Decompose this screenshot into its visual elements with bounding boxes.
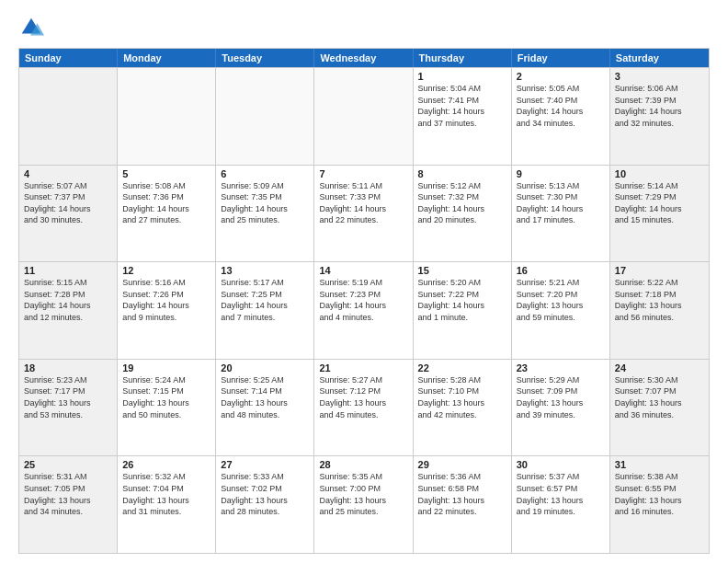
cell-line: and 30 minutes. xyxy=(24,214,112,226)
cell-line: Daylight: 14 hours xyxy=(24,203,112,215)
cell-line: Sunrise: 5:33 AM xyxy=(221,471,309,483)
cell-line: Daylight: 13 hours xyxy=(615,495,704,507)
header xyxy=(18,15,710,40)
cell-line: Sunrise: 5:19 AM xyxy=(319,277,407,289)
cell-line: and 45 minutes. xyxy=(319,409,407,421)
cell-line: Sunset: 7:22 PM xyxy=(418,289,506,301)
cal-cell-0-2 xyxy=(216,68,314,165)
cal-cell-0-3 xyxy=(314,68,413,165)
logo xyxy=(18,15,48,40)
cell-line: Sunrise: 5:12 AM xyxy=(418,180,506,192)
cal-cell-2-1: 12Sunrise: 5:16 AMSunset: 7:26 PMDayligh… xyxy=(118,262,216,359)
day-number: 14 xyxy=(319,265,407,276)
cell-line: and 20 minutes. xyxy=(418,214,506,226)
header-day-friday: Friday xyxy=(512,49,610,67)
day-number: 25 xyxy=(24,459,112,470)
cell-line: Sunset: 7:36 PM xyxy=(122,191,210,203)
cell-line: Sunset: 7:10 PM xyxy=(418,385,506,397)
cell-line: Daylight: 13 hours xyxy=(418,495,506,507)
cell-line: Daylight: 13 hours xyxy=(615,397,704,409)
cell-line: and 7 minutes. xyxy=(221,312,309,324)
calendar-row-0: 1Sunrise: 5:04 AMSunset: 7:41 PMDaylight… xyxy=(19,67,709,165)
cal-cell-4-5: 30Sunrise: 5:37 AMSunset: 6:57 PMDayligh… xyxy=(512,456,610,553)
cell-line: Sunrise: 5:24 AM xyxy=(122,374,210,386)
cell-line: Sunset: 6:58 PM xyxy=(418,483,506,495)
cal-cell-4-4: 29Sunrise: 5:36 AMSunset: 6:58 PMDayligh… xyxy=(414,456,512,553)
cell-line: and 28 minutes. xyxy=(221,506,309,518)
cell-line: Daylight: 14 hours xyxy=(319,203,407,215)
cell-line: Sunrise: 5:21 AM xyxy=(517,277,605,289)
cell-line: Daylight: 14 hours xyxy=(221,300,309,312)
cal-cell-3-2: 20Sunrise: 5:25 AMSunset: 7:14 PMDayligh… xyxy=(216,360,314,456)
cell-line: Daylight: 13 hours xyxy=(221,495,309,507)
cell-line: Daylight: 13 hours xyxy=(517,300,605,312)
cal-cell-2-2: 13Sunrise: 5:17 AMSunset: 7:25 PMDayligh… xyxy=(216,262,314,359)
calendar-row-4: 25Sunrise: 5:31 AMSunset: 7:05 PMDayligh… xyxy=(19,455,709,553)
cal-cell-0-4: 1Sunrise: 5:04 AMSunset: 7:41 PMDaylight… xyxy=(414,68,512,165)
day-number: 16 xyxy=(517,265,605,276)
cell-line: and 22 minutes. xyxy=(418,506,506,518)
cell-line: Sunset: 7:02 PM xyxy=(221,483,309,495)
header-day-thursday: Thursday xyxy=(414,49,512,67)
cell-line: Daylight: 13 hours xyxy=(517,397,605,409)
cal-cell-2-4: 15Sunrise: 5:20 AMSunset: 7:22 PMDayligh… xyxy=(414,262,512,359)
cell-line: and 17 minutes. xyxy=(517,214,605,226)
cell-line: and 34 minutes. xyxy=(517,118,605,130)
cell-line: Sunrise: 5:31 AM xyxy=(24,471,112,483)
cell-line: Daylight: 14 hours xyxy=(418,300,506,312)
day-number: 9 xyxy=(517,168,605,179)
cell-line: Sunrise: 5:08 AM xyxy=(122,180,210,192)
day-number: 1 xyxy=(418,71,506,82)
day-number: 15 xyxy=(418,265,506,276)
cell-line: Sunrise: 5:22 AM xyxy=(615,277,704,289)
cell-line: Sunset: 7:28 PM xyxy=(24,289,112,301)
logo-icon xyxy=(18,15,44,40)
cell-line: Daylight: 13 hours xyxy=(221,397,309,409)
cal-cell-1-0: 4Sunrise: 5:07 AMSunset: 7:37 PMDaylight… xyxy=(19,166,118,262)
cal-cell-4-2: 27Sunrise: 5:33 AMSunset: 7:02 PMDayligh… xyxy=(216,456,314,553)
cell-line: Sunset: 7:09 PM xyxy=(517,385,605,397)
day-number: 18 xyxy=(24,362,112,373)
cell-line: Sunrise: 5:17 AM xyxy=(221,277,309,289)
cell-line: Sunset: 7:35 PM xyxy=(221,191,309,203)
cell-line: Sunset: 7:17 PM xyxy=(24,385,112,397)
cell-line: Sunset: 7:41 PM xyxy=(418,95,506,107)
cal-cell-3-6: 24Sunrise: 5:30 AMSunset: 7:07 PMDayligh… xyxy=(610,360,709,456)
cell-line: Daylight: 14 hours xyxy=(517,203,605,215)
cal-cell-2-3: 14Sunrise: 5:19 AMSunset: 7:23 PMDayligh… xyxy=(314,262,413,359)
cell-line: Daylight: 13 hours xyxy=(517,495,605,507)
cell-line: Sunrise: 5:29 AM xyxy=(517,374,605,386)
day-number: 5 xyxy=(122,168,210,179)
cell-line: Daylight: 14 hours xyxy=(615,106,704,118)
cell-line: and 32 minutes. xyxy=(615,118,704,130)
cell-line: and 19 minutes. xyxy=(517,506,605,518)
cell-line: Daylight: 13 hours xyxy=(615,300,704,312)
cell-line: and 12 minutes. xyxy=(24,312,112,324)
cell-line: Sunset: 7:25 PM xyxy=(221,289,309,301)
cal-cell-2-5: 16Sunrise: 5:21 AMSunset: 7:20 PMDayligh… xyxy=(512,262,610,359)
cal-cell-0-5: 2Sunrise: 5:05 AMSunset: 7:40 PMDaylight… xyxy=(512,68,610,165)
day-number: 24 xyxy=(615,362,704,373)
cell-line: Sunrise: 5:20 AM xyxy=(418,277,506,289)
cell-line: and 15 minutes. xyxy=(615,214,704,226)
cell-line: Sunset: 7:20 PM xyxy=(517,289,605,301)
cal-cell-1-2: 6Sunrise: 5:09 AMSunset: 7:35 PMDaylight… xyxy=(216,166,314,262)
cell-line: Daylight: 13 hours xyxy=(319,495,407,507)
cell-line: Sunset: 6:57 PM xyxy=(517,483,605,495)
cal-cell-4-0: 25Sunrise: 5:31 AMSunset: 7:05 PMDayligh… xyxy=(19,456,118,553)
cell-line: Daylight: 14 hours xyxy=(517,106,605,118)
cal-cell-0-0 xyxy=(19,68,118,165)
day-number: 10 xyxy=(615,168,704,179)
cell-line: and 31 minutes. xyxy=(122,506,210,518)
cell-line: and 27 minutes. xyxy=(122,214,210,226)
cal-cell-1-1: 5Sunrise: 5:08 AMSunset: 7:36 PMDaylight… xyxy=(118,166,216,262)
day-number: 29 xyxy=(418,459,506,470)
cell-line: Sunrise: 5:06 AM xyxy=(615,83,704,95)
cell-line: Sunset: 7:07 PM xyxy=(615,385,704,397)
cell-line: and 34 minutes. xyxy=(24,506,112,518)
cell-line: Sunset: 7:05 PM xyxy=(24,483,112,495)
day-number: 2 xyxy=(517,71,605,82)
cell-line: Daylight: 14 hours xyxy=(122,300,210,312)
cell-line: Sunset: 7:26 PM xyxy=(122,289,210,301)
cell-line: and 39 minutes. xyxy=(517,409,605,421)
